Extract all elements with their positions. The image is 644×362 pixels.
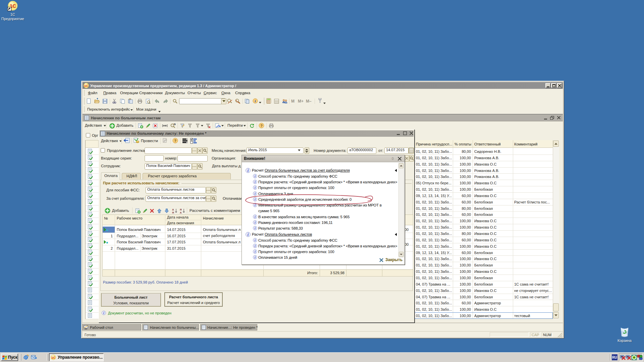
- svg-text:А: А: [172, 208, 174, 211]
- svg-text:1С: 1С: [51, 356, 55, 359]
- svg-text:i: i: [255, 250, 256, 253]
- svg-text:i: i: [255, 221, 256, 224]
- svg-text:i: i: [255, 244, 256, 248]
- svg-text:?: ?: [174, 139, 176, 143]
- svg-text:Я: Я: [172, 211, 174, 214]
- svg-text:Я: Я: [180, 208, 182, 211]
- svg-text:А: А: [180, 211, 182, 214]
- svg-text:1С: 1С: [84, 84, 88, 87]
- svg-text:i: i: [255, 255, 256, 259]
- svg-text:i: i: [255, 186, 256, 189]
- svg-text:i: i: [255, 174, 256, 178]
- svg-text:N: N: [174, 123, 176, 126]
- svg-text:i: i: [103, 311, 104, 315]
- svg-text:i: i: [255, 238, 256, 242]
- svg-text:i: i: [255, 226, 256, 230]
- svg-text:i: i: [255, 215, 256, 219]
- svg-text:i: i: [255, 180, 256, 184]
- svg-text:?: ?: [260, 124, 263, 128]
